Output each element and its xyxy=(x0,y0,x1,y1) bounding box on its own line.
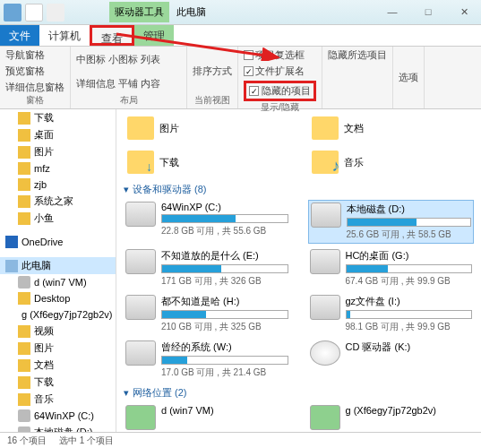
drive-item[interactable]: 曾经的系统 (W:)17.0 GB 可用 , 共 21.4 GB xyxy=(124,339,290,381)
titlebar: 驱动器工具 此电脑 — □ ✕ xyxy=(0,0,481,25)
file-ext-toggle[interactable]: 文件扩展名 xyxy=(244,65,316,78)
tab-view[interactable]: 查看 xyxy=(90,25,134,46)
network-drive-icon xyxy=(125,405,156,430)
folder-item[interactable]: 下载 xyxy=(124,147,290,177)
details-pane-button[interactable]: 详细信息窗格 xyxy=(5,81,64,94)
folder-item[interactable]: 音乐 xyxy=(308,147,475,177)
nav-pane-button[interactable]: 导航窗格 xyxy=(5,48,64,62)
sidebar-item[interactable]: 图片 xyxy=(0,143,116,160)
layout-tiles[interactable]: 平铺 xyxy=(118,73,138,94)
sort-by-button[interactable]: 排序方式 xyxy=(193,48,232,94)
drive-item[interactable]: 都不知道是哈 (H:)210 GB 可用 , 共 325 GB xyxy=(124,293,290,335)
group-label: 当前视图 xyxy=(193,94,232,107)
sidebar-item[interactable]: 桌面 xyxy=(0,126,116,143)
sidebar-item[interactable]: g (Xf6egy7jp72gb2v) xyxy=(0,306,116,323)
sidebar-item[interactable]: 文档 xyxy=(0,357,116,374)
window-title: 此电脑 xyxy=(176,5,206,19)
tab-manage[interactable]: 管理 xyxy=(134,25,174,46)
options-button[interactable]: 选项 xyxy=(399,48,418,107)
group-label: 布局 xyxy=(76,94,181,107)
app-icon xyxy=(4,4,21,22)
drive-item[interactable]: 本地磁盘 (D:)25.6 GB 可用 , 共 58.5 GB xyxy=(308,200,475,244)
layout-small-icons[interactable]: 小图标 xyxy=(108,48,138,70)
folder-item[interactable]: 图片 xyxy=(124,113,290,143)
sidebar-item[interactable]: 本地磁盘 (D:) xyxy=(0,424,116,432)
status-selection: 选中 1 个项目 xyxy=(59,435,114,446)
sidebar-item[interactable]: 系统之家 xyxy=(0,193,116,210)
ribbon: 导航窗格 预览窗格 详细信息窗格 窗格 中图标 小图标 列表 详细信息 平铺 内… xyxy=(0,47,481,109)
main-view: 图片文档下载音乐 ▾ 设备和驱动器 (8) 64WinXP (C:)22.8 G… xyxy=(116,109,481,432)
drive-item[interactable]: HC的桌面 (G:)67.4 GB 可用 , 共 99.9 GB xyxy=(308,247,475,289)
preview-pane-button[interactable]: 预览窗格 xyxy=(5,65,64,78)
sidebar-item[interactable]: d (win7 VM) xyxy=(0,274,116,290)
drive-item[interactable]: CD 驱动器 (K:) xyxy=(308,339,475,381)
drive-item[interactable]: 64WinXP (C:)22.8 GB 可用 , 共 55.6 GB xyxy=(124,200,290,244)
ribbon-tabs: 文件 计算机 查看 管理 xyxy=(0,25,481,47)
drive-icon xyxy=(310,340,340,366)
drive-item[interactable]: 不知道放的是什么 (E:)171 GB 可用 , 共 326 GB xyxy=(124,247,290,289)
sidebar-item[interactable]: 下载 xyxy=(0,374,116,391)
hidden-items-toggle[interactable]: 隐藏的项目 xyxy=(244,81,316,101)
sidebar-item[interactable]: Desktop xyxy=(0,290,116,306)
folder-icon xyxy=(312,151,339,174)
drive-icon xyxy=(310,249,340,274)
network-location-item[interactable]: d (win7 VM) xyxy=(124,403,290,432)
drive-icon xyxy=(125,295,156,320)
drives-section-header[interactable]: ▾ 设备和驱动器 (8) xyxy=(124,183,474,196)
network-drive-icon xyxy=(310,405,340,430)
sidebar-this-pc[interactable]: 此电脑 xyxy=(0,257,116,274)
status-bar: 16 个项目 选中 1 个项目 xyxy=(0,432,481,448)
qat-button[interactable] xyxy=(25,4,43,22)
close-button[interactable]: ✕ xyxy=(451,6,477,18)
hide-selected-button[interactable]: 隐藏所选项目 xyxy=(328,48,387,62)
drive-icon xyxy=(125,202,156,227)
sidebar-item[interactable]: 视频 xyxy=(0,323,116,340)
layout-details[interactable]: 详细信息 xyxy=(76,73,116,94)
sidebar-onedrive[interactable]: OneDrive xyxy=(0,234,116,250)
folder-icon xyxy=(312,116,339,140)
maximize-button[interactable]: □ xyxy=(415,6,442,18)
drive-icon xyxy=(125,249,156,274)
network-section-header[interactable]: ▾ 网络位置 (2) xyxy=(124,386,474,400)
folder-icon xyxy=(127,116,154,140)
minimize-button[interactable]: — xyxy=(379,6,406,18)
sidebar-item[interactable]: 小鱼 xyxy=(0,210,116,227)
sidebar-item[interactable]: 音乐 xyxy=(0,391,116,408)
layout-list[interactable]: 列表 xyxy=(141,48,160,70)
item-checkboxes-toggle[interactable]: 项目复选框 xyxy=(244,48,316,62)
drive-icon xyxy=(310,295,340,320)
drive-icon xyxy=(125,340,156,366)
sidebar-item[interactable]: zjb xyxy=(0,177,116,193)
sidebar-item[interactable]: mfz xyxy=(0,160,116,177)
tab-file[interactable]: 文件 xyxy=(0,25,39,46)
drive-item[interactable]: gz文件盘 (I:)98.1 GB 可用 , 共 99.9 GB xyxy=(308,293,475,335)
navigation-sidebar: 下载桌面图片mfzzjb系统之家小鱼OneDrive此电脑d (win7 VM)… xyxy=(0,109,116,432)
content-area: 下载桌面图片mfzzjb系统之家小鱼OneDrive此电脑d (win7 VM)… xyxy=(0,109,481,432)
sidebar-item[interactable]: 图片 xyxy=(0,340,116,357)
explorer-window: 驱动器工具 此电脑 — □ ✕ 文件 计算机 查看 管理 导航窗格 预览窗格 详… xyxy=(0,0,481,448)
folder-icon xyxy=(127,151,154,174)
layout-medium-icons[interactable]: 中图标 xyxy=(76,48,106,70)
contextual-tab-label: 驱动器工具 xyxy=(109,2,169,22)
tab-computer[interactable]: 计算机 xyxy=(39,25,90,46)
folder-item[interactable]: 文档 xyxy=(308,113,475,143)
drive-icon xyxy=(311,202,341,228)
quick-access-toolbar xyxy=(4,4,64,22)
layout-content[interactable]: 内容 xyxy=(141,73,160,94)
status-item-count: 16 个项目 xyxy=(7,435,47,446)
sidebar-item[interactable]: 下载 xyxy=(0,109,116,126)
group-label: 窗格 xyxy=(5,94,64,107)
sidebar-item[interactable]: 64WinXP (C:) xyxy=(0,408,116,424)
network-location-item[interactable]: g (Xf6egy7jp72gb2v) xyxy=(308,403,475,432)
qat-button[interactable] xyxy=(47,4,64,22)
